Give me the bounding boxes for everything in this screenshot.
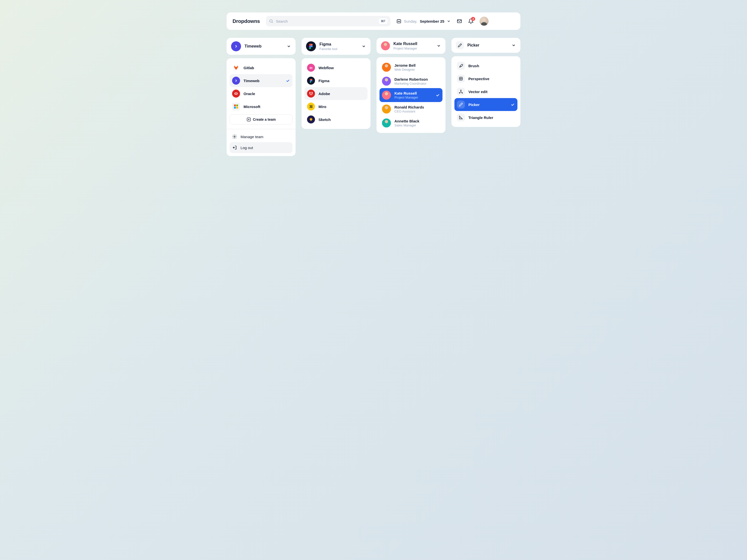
dropdown-person: Kate Russell Project Manager Jerome Bell…: [377, 38, 445, 133]
check-icon: [436, 93, 440, 97]
list-item-label: Microsoft: [243, 105, 290, 109]
timeweb-logo-icon: [232, 77, 240, 85]
create-team-label: Create a team: [253, 117, 276, 122]
logout-label: Log out: [240, 145, 253, 150]
figma-logo-icon: [307, 77, 315, 85]
tool-item-adobe[interactable]: Adobe: [305, 87, 367, 100]
check-icon: [286, 78, 290, 83]
picker-item-perspective[interactable]: Perspective: [455, 72, 517, 85]
svg-point-6: [398, 21, 399, 22]
svg-point-17: [234, 136, 235, 137]
list-item-label: Picker: [468, 103, 507, 107]
avatar: [381, 41, 390, 50]
person-item[interactable]: Ronald Richards CEO Assistant: [380, 102, 442, 116]
dropdown-showcase: Timeweb Gitlab Timeweb: [227, 38, 520, 156]
svg-point-0: [270, 20, 273, 22]
search-input[interactable]: [276, 19, 376, 23]
tool-trigger-sub: Favorite tool: [319, 47, 358, 51]
svg-rect-12: [234, 107, 236, 108]
list-item-label: Triangle Ruler: [468, 115, 515, 120]
person-role: Marketing Coordinator: [394, 82, 440, 85]
timeweb-logo-icon: [231, 41, 241, 51]
list-item-label: Figma: [318, 79, 365, 83]
perspective-icon: [457, 75, 465, 83]
picker-item-picker[interactable]: Picker: [455, 98, 517, 111]
team-trigger[interactable]: Timeweb: [227, 38, 295, 55]
tool-item-sketch[interactable]: Sketch: [305, 113, 367, 126]
date-picker[interactable]: Sunday, September 25: [396, 19, 451, 24]
team-item-microsoft[interactable]: Microsoft: [230, 100, 292, 113]
search-field[interactable]: ⌘F: [266, 16, 390, 26]
miro-logo-icon: [307, 103, 315, 110]
chevron-down-icon: [287, 44, 291, 49]
svg-rect-9: [235, 93, 237, 94]
microsoft-logo-icon: [232, 103, 240, 110]
divider: [227, 129, 295, 129]
svg-point-7: [400, 21, 400, 22]
avatar: [382, 63, 391, 72]
tool-item-webflow[interactable]: in Webflow: [305, 61, 367, 74]
avatar: [382, 77, 391, 86]
svg-point-20: [311, 80, 312, 81]
person-role: Project Manager: [394, 96, 432, 99]
avatar: [382, 90, 391, 100]
notifications-button[interactable]: 2: [468, 19, 473, 24]
mail-button[interactable]: [457, 19, 462, 24]
person-role: CEO Assistant: [394, 109, 440, 113]
triangle-ruler-icon: [457, 113, 465, 122]
team-item-timeweb[interactable]: Timeweb: [230, 74, 292, 87]
person-name: Darlene Robertson: [394, 77, 440, 81]
chevron-down-icon: [511, 43, 516, 48]
header-bar: Dropdowns ⌘F Sunday, September 25 2: [227, 12, 520, 30]
list-item-label: Timeweb: [243, 79, 282, 83]
user-avatar[interactable]: [480, 17, 489, 26]
team-item-oracle[interactable]: Oracle: [230, 87, 292, 100]
list-item-label: Gitlab: [243, 66, 290, 70]
list-item-label: Vector edit: [468, 89, 515, 94]
person-item[interactable]: Darlene Robertson Marketing Coordinator: [380, 74, 442, 88]
logout-button[interactable]: Log out: [230, 142, 292, 153]
dropdown-team: Timeweb Gitlab Timeweb: [227, 38, 295, 156]
picker-item-triangle[interactable]: Triangle Ruler: [455, 111, 517, 124]
page-title: Dropdowns: [233, 19, 260, 24]
chevron-down-icon: [447, 19, 451, 23]
brush-icon: [457, 62, 465, 70]
person-name: Annette Black: [394, 119, 440, 123]
person-trigger[interactable]: Kate Russell Project Manager: [377, 38, 445, 54]
svg-rect-11: [236, 105, 238, 106]
chevron-down-icon: [362, 44, 366, 49]
mail-icon: [457, 19, 462, 24]
list-item-label: Sketch: [318, 117, 365, 122]
tool-item-figma[interactable]: Figma: [305, 74, 367, 87]
person-item[interactable]: Jerome Bell Web Designer: [380, 60, 442, 74]
picker-item-brush[interactable]: Brush: [455, 59, 517, 72]
svg-rect-13: [236, 107, 238, 108]
search-icon: [269, 19, 274, 23]
notification-badge: 2: [471, 17, 475, 21]
date-value: September 25: [420, 19, 444, 23]
gear-icon: [232, 134, 237, 139]
invision-logo-icon: in: [307, 64, 315, 72]
tool-trigger-title: Figma: [319, 42, 358, 47]
pen-icon: [456, 41, 464, 49]
team-item-gitlab[interactable]: Gitlab: [230, 61, 292, 74]
search-shortcut: ⌘F: [379, 19, 387, 24]
manage-team-label: Manage team: [240, 135, 263, 139]
manage-team-button[interactable]: Manage team: [230, 131, 292, 142]
tool-trigger[interactable]: Figma Favorite tool: [302, 38, 370, 55]
logout-icon: [232, 145, 237, 150]
list-item-label: Oracle: [243, 91, 290, 96]
list-item-label: Perspective: [468, 77, 515, 81]
team-trigger-label: Timeweb: [244, 44, 283, 49]
person-item[interactable]: Kate Russell Project Manager: [380, 88, 442, 102]
picker-trigger[interactable]: Picker: [452, 38, 520, 53]
picker-item-vector[interactable]: Vector edit: [455, 85, 517, 98]
list-item-label: Adobe: [318, 91, 365, 96]
tool-item-miro[interactable]: Miro: [305, 100, 367, 113]
list-item-label: Webflow: [318, 66, 365, 70]
create-team-button[interactable]: Create a team: [230, 114, 292, 125]
svg-line-1: [272, 22, 273, 23]
svg-point-24: [461, 90, 461, 90]
person-item[interactable]: Annette Black Sales Manager: [380, 116, 442, 130]
svg-point-5: [398, 21, 398, 22]
